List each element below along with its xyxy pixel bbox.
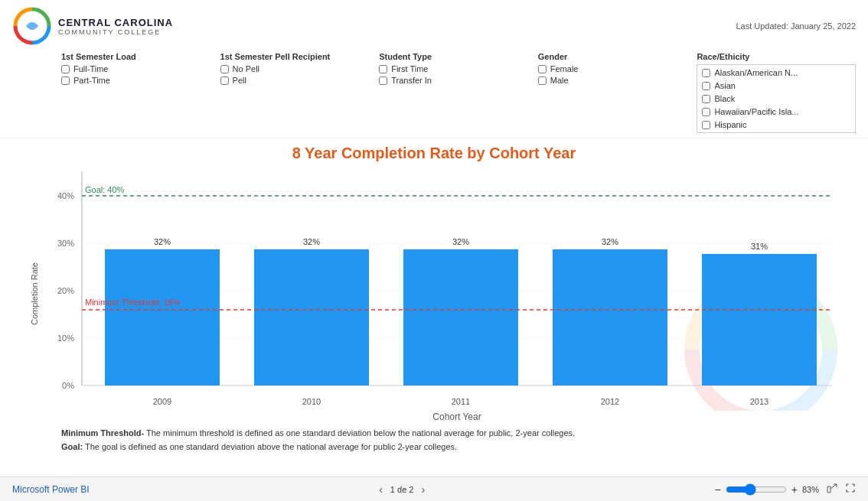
- filter-option-black-label: Black: [714, 94, 735, 103]
- checkbox-asian[interactable]: [702, 82, 710, 90]
- footnote-goal-bold: Goal:: [61, 442, 83, 451]
- fullscreen-icon: [845, 483, 856, 493]
- footnotes: Minimum Threshold- The minimum threshold…: [0, 424, 868, 457]
- svg-text:30%: 30%: [57, 239, 74, 248]
- filter-option-asian[interactable]: Asian: [697, 80, 855, 91]
- filter-option-hawaiian[interactable]: Hawaiian/Pacific Isla...: [697, 106, 855, 117]
- svg-text:2013: 2013: [750, 397, 768, 406]
- college-logo-icon: [12, 6, 52, 46]
- checkbox-male[interactable]: [538, 76, 547, 85]
- prev-page-button[interactable]: ‹: [379, 483, 383, 496]
- svg-text:2011: 2011: [452, 397, 470, 406]
- checkbox-pell[interactable]: [220, 76, 229, 85]
- bar-2012: [553, 249, 667, 386]
- filter-pell: 1st Semester Pell Recipient No Pell Pell: [220, 52, 380, 133]
- bottom-bar: Microsoft Power BI ‹ 1 de 2 › − + 83%: [0, 477, 868, 501]
- filter-student-type: Student Type First Time Transfer In: [379, 52, 538, 133]
- nav-controls: ‹ 1 de 2 ›: [379, 483, 425, 496]
- filter-option-fulltime[interactable]: Full-Time: [61, 64, 220, 73]
- svg-text:Completion Rate: Completion Rate: [30, 262, 39, 325]
- filter-option-nopell[interactable]: No Pell: [220, 64, 380, 73]
- bar-2010: [254, 249, 369, 386]
- logo-area: CENTRAL CAROLINA COMMUNITY COLLEGE: [12, 6, 173, 46]
- filter-gender: Gender Female Male: [538, 52, 697, 133]
- footnote-threshold: Minimum Threshold- The minimum threshold…: [61, 427, 807, 441]
- zoom-in-button[interactable]: +: [791, 483, 798, 496]
- filters-row: 1st Semester Load Full-Time Part-Time 1s…: [0, 49, 868, 138]
- filter-option-female-label: Female: [550, 64, 579, 73]
- filter-option-alaskan[interactable]: Alaskan/American N...: [697, 67, 855, 78]
- bar-2013: [702, 254, 817, 386]
- filter-option-pell[interactable]: Pell: [220, 76, 380, 85]
- bar-chart: 0% 10% 20% 30% 40% Completion Rate 32% 2…: [21, 164, 847, 424]
- filter-option-fulltime-label: Full-Time: [73, 64, 108, 73]
- filter-gender-label: Gender: [538, 52, 697, 61]
- checkbox-parttime[interactable]: [61, 76, 70, 85]
- next-page-button[interactable]: ›: [421, 483, 425, 496]
- filter-option-pell-label: Pell: [233, 76, 246, 85]
- filter-option-alaskan-label: Alaskan/American N...: [714, 68, 798, 77]
- svg-rect-24: [827, 486, 830, 493]
- chart-title: 8 Year Completion Rate by Cohort Year: [0, 145, 868, 162]
- filter-option-male-label: Male: [550, 76, 569, 85]
- footnote-threshold-bold: Minimum Threshold-: [61, 428, 144, 438]
- checkbox-hawaiian[interactable]: [702, 108, 710, 116]
- chart-wrapper: 0% 10% 20% 30% 40% Completion Rate 32% 2…: [0, 164, 868, 424]
- svg-text:10%: 10%: [57, 333, 74, 343]
- svg-text:0%: 0%: [62, 381, 74, 390]
- checkbox-firsttime[interactable]: [379, 65, 387, 73]
- filter-option-hawaiian-label: Hawaiian/Pacific Isla...: [714, 107, 798, 116]
- zoom-label: 83%: [802, 485, 819, 494]
- logo-subtitle: COMMUNITY COLLEGE: [58, 28, 173, 36]
- checkbox-nopell[interactable]: [220, 65, 229, 73]
- main-content: 8 Year Completion Rate by Cohort Year 0%…: [0, 145, 868, 457]
- checkbox-female[interactable]: [538, 65, 547, 73]
- filter-option-asian-label: Asian: [714, 81, 736, 90]
- logo-text: CENTRAL CAROLINA COMMUNITY COLLEGE: [58, 17, 173, 36]
- filter-option-hispanic[interactable]: Hispanic: [697, 119, 855, 130]
- filter-option-black[interactable]: Black: [697, 93, 855, 104]
- svg-text:32%: 32%: [303, 237, 320, 246]
- zoom-slider[interactable]: [726, 483, 787, 496]
- filter-option-transferin-label: Transfer In: [391, 76, 432, 85]
- filter-option-firsttime-label: First Time: [391, 64, 428, 73]
- threshold-label: Minimum Threshold: 16%: [85, 298, 181, 307]
- filter-option-male[interactable]: Male: [538, 76, 697, 85]
- footnote-goal: Goal: The goal is defined as one standar…: [61, 441, 807, 454]
- filter-option-parttime[interactable]: Part-Time: [61, 76, 220, 85]
- checkbox-black[interactable]: [702, 95, 710, 103]
- bar-2009: [105, 249, 220, 386]
- filter-option-transferin[interactable]: Transfer In: [379, 76, 538, 85]
- svg-text:2010: 2010: [302, 397, 321, 406]
- filter-student-type-label: Student Type: [379, 52, 538, 61]
- svg-text:32%: 32%: [452, 237, 469, 246]
- filter-pell-label: 1st Semester Pell Recipient: [220, 52, 380, 61]
- fullscreen-button[interactable]: [845, 483, 856, 496]
- header: CENTRAL CAROLINA COMMUNITY COLLEGE Last …: [0, 0, 868, 49]
- race-panel[interactable]: Alaskan/American N... Asian Black Hawaii…: [697, 64, 856, 133]
- filter-race-label: Race/Ethicity: [697, 52, 856, 61]
- filter-race: Race/Ethicity Alaskan/American N... Asia…: [697, 52, 856, 133]
- checkbox-transferin[interactable]: [379, 76, 387, 85]
- goal-label: Goal: 40%: [85, 185, 125, 194]
- svg-text:31%: 31%: [751, 242, 768, 251]
- checkbox-hispanic[interactable]: [702, 121, 710, 129]
- filter-option-nopell-label: No Pell: [233, 64, 259, 73]
- zoom-out-button[interactable]: −: [715, 483, 721, 496]
- filter-option-firsttime[interactable]: First Time: [379, 64, 538, 73]
- footnote-goal-text: The goal is defined as one standard devi…: [85, 442, 457, 451]
- share-button[interactable]: [827, 483, 837, 496]
- checkbox-fulltime[interactable]: [61, 65, 70, 73]
- checkbox-alaskan[interactable]: [702, 69, 710, 77]
- filter-option-parttime-label: Part-Time: [73, 76, 110, 85]
- filter-option-female[interactable]: Female: [538, 64, 697, 73]
- footnote-threshold-text: The minimum threshold is defined as one …: [146, 428, 575, 438]
- filter-option-hispanic-label: Hispanic: [714, 120, 746, 129]
- page-indicator: 1 de 2: [390, 485, 414, 494]
- power-bi-link[interactable]: Microsoft Power BI: [12, 484, 90, 495]
- bar-2011: [403, 249, 518, 386]
- svg-text:40%: 40%: [57, 191, 74, 200]
- svg-text:2009: 2009: [153, 397, 171, 406]
- svg-text:20%: 20%: [57, 286, 74, 295]
- filter-semester-load-label: 1st Semester Load: [61, 52, 220, 61]
